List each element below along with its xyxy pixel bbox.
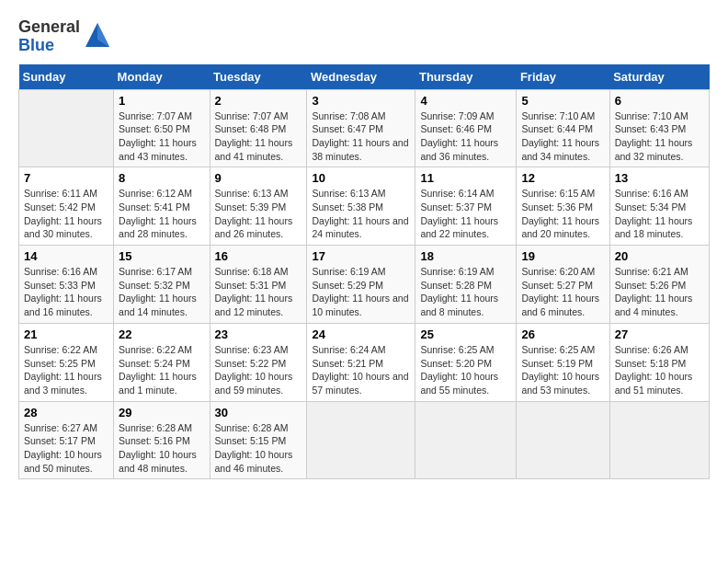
sunrise-text: Sunrise: 7:07 AM xyxy=(119,110,192,121)
sunrise-text: Sunrise: 6:14 AM xyxy=(420,188,494,199)
sunrise-text: Sunrise: 6:23 AM xyxy=(215,344,289,355)
cell-info: Sunrise: 6:14 AM Sunset: 5:37 PM Dayligh… xyxy=(420,187,511,241)
daylight-text: Daylight: 11 hours and 16 minutes. xyxy=(24,293,102,317)
sunset-text: Sunset: 5:18 PM xyxy=(615,358,687,369)
date-number: 13 xyxy=(615,171,704,185)
calendar-cell: 16 Sunrise: 6:18 AM Sunset: 5:31 PM Dayl… xyxy=(210,246,307,324)
date-number: 1 xyxy=(119,94,204,108)
calendar-cell: 22 Sunrise: 6:22 AM Sunset: 5:24 PM Dayl… xyxy=(114,323,210,401)
day-header: Sunday xyxy=(19,64,114,90)
cell-info: Sunrise: 6:16 AM Sunset: 5:34 PM Dayligh… xyxy=(615,187,704,241)
header-row: SundayMondayTuesdayWednesdayThursdayFrid… xyxy=(19,64,710,90)
calendar-cell: 12 Sunrise: 6:15 AM Sunset: 5:36 PM Dayl… xyxy=(517,167,609,246)
daylight-text: Daylight: 11 hours and 43 minutes. xyxy=(119,137,197,162)
calendar-cell: 17 Sunrise: 6:19 AM Sunset: 5:29 PM Dayl… xyxy=(307,246,415,324)
sunrise-text: Sunrise: 6:17 AM xyxy=(119,266,192,277)
cell-info: Sunrise: 6:17 AM Sunset: 5:32 PM Dayligh… xyxy=(119,265,204,319)
daylight-text: Daylight: 11 hours and 26 minutes. xyxy=(215,215,293,240)
daylight-text: Daylight: 10 hours and 46 minutes. xyxy=(215,449,293,474)
sunset-text: Sunset: 5:39 PM xyxy=(215,201,287,213)
date-number: 12 xyxy=(521,171,604,185)
date-number: 23 xyxy=(215,327,302,341)
calendar-cell: 20 Sunrise: 6:21 AM Sunset: 5:26 PM Dayl… xyxy=(609,246,709,324)
calendar-cell: 24 Sunrise: 6:24 AM Sunset: 5:21 PM Dayl… xyxy=(307,323,415,401)
sunset-text: Sunset: 5:21 PM xyxy=(312,358,383,369)
cell-info: Sunrise: 6:20 AM Sunset: 5:27 PM Dayligh… xyxy=(521,265,604,319)
date-number: 9 xyxy=(215,171,302,185)
cell-info: Sunrise: 7:08 AM Sunset: 6:47 PM Dayligh… xyxy=(312,109,410,164)
calendar-week-row: 14 Sunrise: 6:16 AM Sunset: 5:33 PM Dayl… xyxy=(19,246,710,324)
sunset-text: Sunset: 5:17 PM xyxy=(24,435,96,446)
day-header: Tuesday xyxy=(210,64,307,90)
sunset-text: Sunset: 6:43 PM xyxy=(615,123,687,134)
date-number: 28 xyxy=(24,406,108,419)
daylight-text: Daylight: 10 hours and 55 minutes. xyxy=(420,371,498,396)
date-number: 5 xyxy=(521,94,604,108)
sunset-text: Sunset: 5:16 PM xyxy=(119,435,190,446)
sunrise-text: Sunrise: 6:11 AM xyxy=(24,188,97,199)
daylight-text: Daylight: 10 hours and 53 minutes. xyxy=(521,371,599,396)
date-number: 16 xyxy=(215,249,302,263)
cell-info: Sunrise: 7:09 AM Sunset: 6:46 PM Dayligh… xyxy=(420,109,511,164)
daylight-text: Daylight: 10 hours and 51 minutes. xyxy=(615,371,693,396)
calendar-cell: 2 Sunrise: 7:07 AM Sunset: 6:48 PM Dayli… xyxy=(210,89,307,167)
sunset-text: Sunset: 5:26 PM xyxy=(615,280,687,291)
sunrise-text: Sunrise: 6:19 AM xyxy=(420,266,494,277)
date-number: 4 xyxy=(420,94,511,108)
daylight-text: Daylight: 11 hours and 22 minutes. xyxy=(420,215,498,240)
daylight-text: Daylight: 11 hours and 4 minutes. xyxy=(615,293,693,317)
calendar-cell: 3 Sunrise: 7:08 AM Sunset: 6:47 PM Dayli… xyxy=(307,89,415,167)
sunset-text: Sunset: 5:27 PM xyxy=(521,280,593,291)
sunset-text: Sunset: 6:46 PM xyxy=(420,123,492,134)
cell-info: Sunrise: 6:22 AM Sunset: 5:25 PM Dayligh… xyxy=(24,343,108,397)
calendar-cell: 29 Sunrise: 6:28 AM Sunset: 5:16 PM Dayl… xyxy=(114,401,210,479)
date-number: 6 xyxy=(615,94,704,108)
cell-info: Sunrise: 7:07 AM Sunset: 6:50 PM Dayligh… xyxy=(119,109,204,164)
calendar-cell xyxy=(415,401,517,479)
calendar-cell: 21 Sunrise: 6:22 AM Sunset: 5:25 PM Dayl… xyxy=(19,323,114,401)
sunset-text: Sunset: 5:24 PM xyxy=(119,358,190,369)
sunrise-text: Sunrise: 6:16 AM xyxy=(24,266,97,277)
calendar-week-row: 21 Sunrise: 6:22 AM Sunset: 5:25 PM Dayl… xyxy=(19,323,710,401)
sunset-text: Sunset: 5:31 PM xyxy=(215,280,287,291)
date-number: 17 xyxy=(312,249,410,263)
day-header: Saturday xyxy=(609,64,709,90)
date-number: 18 xyxy=(420,249,511,263)
cell-info: Sunrise: 7:10 AM Sunset: 6:43 PM Dayligh… xyxy=(615,109,704,164)
cell-info: Sunrise: 6:27 AM Sunset: 5:17 PM Dayligh… xyxy=(24,421,108,476)
date-number: 14 xyxy=(24,249,108,263)
calendar-cell: 19 Sunrise: 6:20 AM Sunset: 5:27 PM Dayl… xyxy=(517,246,609,324)
date-number: 20 xyxy=(615,249,704,263)
daylight-text: Daylight: 11 hours and 3 minutes. xyxy=(24,371,102,396)
sunrise-text: Sunrise: 6:24 AM xyxy=(312,344,385,355)
sunset-text: Sunset: 5:15 PM xyxy=(215,435,287,446)
date-number: 19 xyxy=(521,249,604,263)
sunset-text: Sunset: 5:20 PM xyxy=(420,358,492,369)
daylight-text: Daylight: 11 hours and 20 minutes. xyxy=(521,215,599,240)
date-number: 25 xyxy=(420,327,511,341)
daylight-text: Daylight: 11 hours and 38 minutes. xyxy=(312,137,408,162)
logo-icon xyxy=(84,21,111,52)
sunrise-text: Sunrise: 7:10 AM xyxy=(615,110,688,121)
cell-info: Sunrise: 6:18 AM Sunset: 5:31 PM Dayligh… xyxy=(215,265,302,319)
daylight-text: Daylight: 11 hours and 32 minutes. xyxy=(615,137,693,162)
date-number: 11 xyxy=(420,171,511,185)
sunset-text: Sunset: 5:28 PM xyxy=(420,280,492,291)
cell-info: Sunrise: 6:23 AM Sunset: 5:22 PM Dayligh… xyxy=(215,343,302,397)
daylight-text: Daylight: 11 hours and 41 minutes. xyxy=(215,137,293,162)
cell-info: Sunrise: 6:19 AM Sunset: 5:29 PM Dayligh… xyxy=(312,265,410,319)
sunrise-text: Sunrise: 6:22 AM xyxy=(24,344,97,355)
cell-info: Sunrise: 6:11 AM Sunset: 5:42 PM Dayligh… xyxy=(24,187,108,241)
sunrise-text: Sunrise: 7:08 AM xyxy=(312,110,385,121)
cell-info: Sunrise: 6:13 AM Sunset: 5:38 PM Dayligh… xyxy=(312,187,410,241)
calendar-cell: 9 Sunrise: 6:13 AM Sunset: 5:39 PM Dayli… xyxy=(210,167,307,246)
calendar-cell xyxy=(609,401,709,479)
sunrise-text: Sunrise: 6:26 AM xyxy=(615,344,688,355)
sunrise-text: Sunrise: 6:12 AM xyxy=(119,188,192,199)
calendar-cell: 5 Sunrise: 7:10 AM Sunset: 6:44 PM Dayli… xyxy=(517,89,609,167)
calendar-cell xyxy=(19,89,114,167)
daylight-text: Daylight: 11 hours and 30 minutes. xyxy=(24,215,102,240)
sunrise-text: Sunrise: 6:15 AM xyxy=(521,188,595,199)
calendar-cell: 6 Sunrise: 7:10 AM Sunset: 6:43 PM Dayli… xyxy=(609,89,709,167)
calendar-cell: 11 Sunrise: 6:14 AM Sunset: 5:37 PM Dayl… xyxy=(415,167,517,246)
